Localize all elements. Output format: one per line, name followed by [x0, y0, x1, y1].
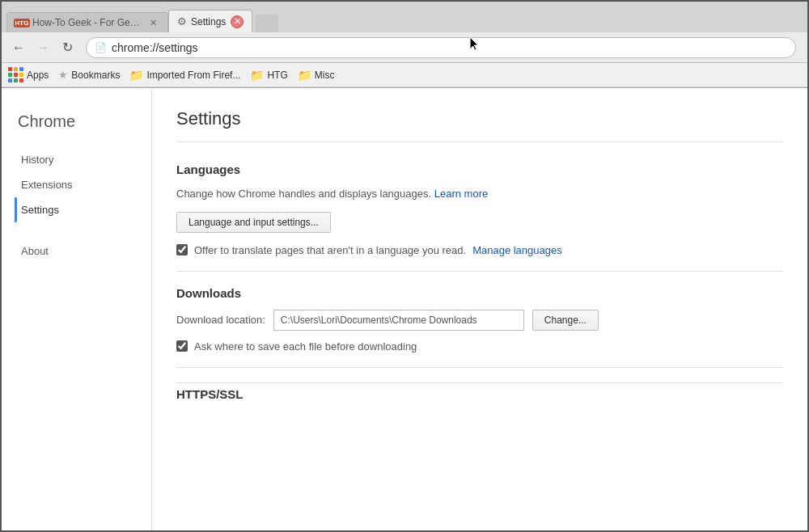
- about-label: About: [21, 245, 49, 257]
- translate-checkbox-label: Offer to translate pages that aren't in …: [194, 244, 466, 256]
- translate-checkbox[interactable]: [176, 244, 188, 255]
- settings-tab-label: Settings: [191, 16, 226, 27]
- sidebar: Chrome History Extensions Settings About: [2, 88, 151, 531]
- tab-settings[interactable]: ⚙ Settings ✕: [168, 10, 252, 32]
- bookmark-misc[interactable]: 📁 Misc: [298, 69, 335, 82]
- ask-save-checkbox-row: Ask where to save each file before downl…: [176, 340, 783, 353]
- manage-languages-link[interactable]: Manage languages: [472, 244, 562, 256]
- star-icon: ★: [58, 69, 68, 81]
- page-title: Settings: [176, 108, 783, 142]
- forward-button[interactable]: →: [32, 37, 53, 58]
- sidebar-item-about[interactable]: About: [18, 239, 151, 264]
- apps-label: Apps: [27, 70, 49, 81]
- translate-checkbox-row: Offer to translate pages that aren't in …: [176, 244, 783, 256]
- downloads-section: Downloads Download location: Change... A…: [176, 286, 783, 353]
- folder-icon-htg: 📁: [250, 69, 264, 82]
- htg-tab-close[interactable]: ✕: [146, 16, 159, 29]
- ask-save-label: Ask where to save each file before downl…: [194, 340, 417, 353]
- bookmark-htg[interactable]: 📁 HTG: [250, 69, 287, 82]
- section-divider-1: [176, 271, 783, 272]
- settings-panel: Settings Languages Change how Chrome han…: [151, 88, 807, 531]
- download-location-row: Download location: Change...: [176, 310, 783, 331]
- bookmark-apps[interactable]: Apps: [8, 67, 49, 82]
- htg-favicon: HTG: [15, 16, 28, 29]
- change-button[interactable]: Change...: [532, 310, 599, 331]
- htg-bm-label: HTG: [267, 70, 287, 81]
- languages-heading: Languages: [176, 163, 783, 176]
- folder-icon-imported: 📁: [129, 69, 143, 82]
- tab-bar: HTG How-To Geek - For Geeks... ✕ ⚙ Setti…: [2, 2, 807, 32]
- misc-label: Misc: [315, 70, 335, 81]
- refresh-button[interactable]: ↻: [57, 37, 78, 58]
- imported-label: Imported From Firef...: [146, 70, 240, 81]
- sidebar-item-history[interactable]: History: [18, 147, 151, 172]
- languages-description: Change how Chrome handles and displays l…: [176, 186, 783, 202]
- languages-section: Languages Change how Chrome handles and …: [176, 163, 783, 256]
- content-area: Chrome History Extensions Settings About…: [2, 88, 807, 531]
- bookmarks-bar: Apps ★ Bookmarks 📁 Imported From Firef..…: [2, 63, 807, 87]
- history-label: History: [21, 154, 53, 166]
- bookmark-imported[interactable]: 📁 Imported From Firef...: [129, 69, 240, 82]
- bookmarks-label: Bookmarks: [71, 70, 120, 81]
- address-text: chrome://settings: [112, 41, 198, 54]
- apps-grid-icon: [8, 67, 23, 82]
- browser-frame: HTG How-To Geek - For Geeks... ✕ ⚙ Setti…: [2, 2, 807, 88]
- https-heading: HTTPS/SSL: [176, 382, 783, 401]
- tab-htg[interactable]: HTG How-To Geek - For Geeks... ✕: [6, 12, 168, 32]
- extensions-label: Extensions: [21, 179, 73, 191]
- back-button[interactable]: ←: [8, 37, 29, 58]
- page-icon: 📄: [95, 42, 107, 53]
- new-tab-area: [256, 15, 278, 32]
- download-location-label: Download location:: [176, 314, 265, 326]
- htg-tab-label: How-To Geek - For Geeks...: [32, 17, 142, 28]
- language-settings-button[interactable]: Language and input settings...: [176, 212, 331, 233]
- sidebar-title: Chrome: [18, 112, 151, 131]
- folder-icon-misc: 📁: [298, 69, 311, 82]
- address-bar[interactable]: 📄 chrome://settings: [86, 37, 796, 58]
- sidebar-item-settings[interactable]: Settings: [18, 197, 151, 222]
- downloads-heading: Downloads: [176, 286, 783, 300]
- sidebar-item-extensions[interactable]: Extensions: [18, 172, 151, 197]
- download-location-input[interactable]: [273, 310, 524, 331]
- settings-nav-label: Settings: [21, 204, 59, 216]
- nav-bar: ← → ↻ 📄 chrome://settings: [2, 32, 807, 63]
- learn-more-link[interactable]: Learn more: [434, 188, 488, 200]
- ask-save-checkbox[interactable]: [176, 340, 188, 352]
- settings-tab-close[interactable]: ✕: [231, 15, 244, 28]
- gear-icon: ⚙: [177, 15, 187, 27]
- section-divider-2: [176, 367, 783, 368]
- bookmark-bookmarks[interactable]: ★ Bookmarks: [58, 69, 120, 81]
